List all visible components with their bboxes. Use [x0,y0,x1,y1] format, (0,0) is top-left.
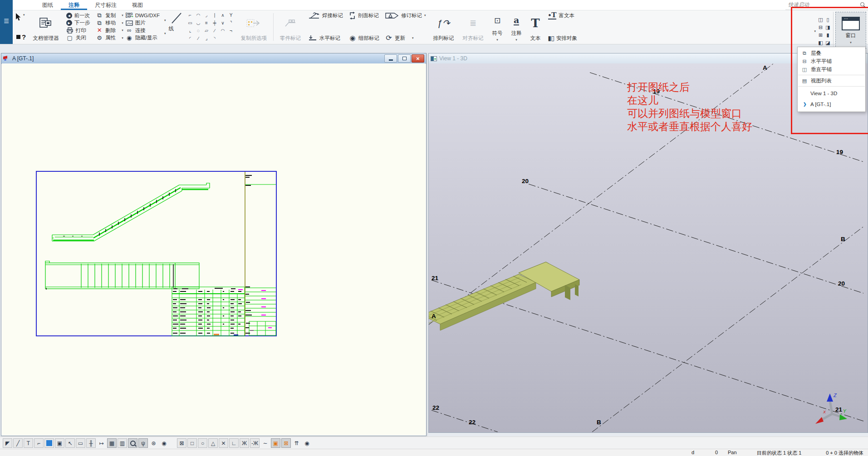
tab-view[interactable]: 视图 [124,0,151,10]
window-arrange-icon[interactable]: ◪ [824,39,831,47]
hide-show-button[interactable]: ▾◉隐藏/显示 [120,34,161,42]
window-arrange-icon[interactable]: ◫ [817,16,824,24]
copy-button[interactable]: ⧉复制 [94,12,117,19]
sketch-tool-icon[interactable]: ◠ [195,12,202,19]
chevron-down-icon[interactable]: ▾ [424,14,426,17]
select-fill-button[interactable]: ▣ [271,438,280,448]
window-arrange-icon[interactable]: ◧ [817,39,824,47]
sketch-tool-icon[interactable]: ⌝ [227,19,235,27]
part-mark-button[interactable]: 零件标记 [277,11,304,43]
sketch-tool-icon[interactable]: ∕ [211,27,219,34]
arrange-objects-button[interactable]: ▮▯安排对象 [547,34,579,42]
text-tool-button[interactable]: T [24,438,33,448]
grid-lines-button[interactable]: ▥ [118,438,127,448]
menu-item-window-view1[interactable]: View 1 - 3D [798,88,865,99]
zoom-tool-button[interactable] [128,438,137,448]
restore-button[interactable] [398,54,411,63]
sketch-tool-icon[interactable]: ◜ [186,35,194,42]
window-button[interactable]: ⋯ 窗口 ▾ [835,12,866,49]
sketch-tool-icon[interactable]: ◠ [219,27,227,34]
annotation-button[interactable]: a 注释 ▾ [509,11,525,43]
minimize-button[interactable] [384,54,397,63]
sketch-tool-icon[interactable]: ∕ [195,35,202,42]
print-button[interactable]: 打印 [65,27,92,34]
mesh-toggle-button[interactable]: ⊛ [149,438,158,448]
align-marks-button[interactable]: ≣ 对齐标记 [460,11,486,43]
span-snap-button[interactable]: ↦ [97,438,106,448]
sketch-tool-icon[interactable]: ∨ [219,19,227,27]
weld-mark-button[interactable]: 焊接标记 [307,12,344,19]
chevron-down-icon[interactable]: ▾ [122,29,123,32]
filter-circle-button[interactable]: ○ [198,438,207,448]
chevron-down-icon[interactable]: ▾ [496,38,498,42]
select-tool-button[interactable]: ◤ [3,438,12,448]
sketch-tool-icon[interactable]: ⌞ [186,27,194,34]
menu-item-cascade[interactable]: ⧉ 层叠 [798,49,865,57]
raise-order-button[interactable]: ⇈ [292,438,301,448]
visibility-toggle-button[interactable]: ◉ [159,438,169,448]
menu-item-tile-vertical[interactable]: ◫ 垂直平铺 [798,65,865,73]
filter-stretch-off-button[interactable]: -Ж [250,438,260,448]
chevron-down-icon[interactable]: ▾ [23,13,25,17]
menu-item-view-list[interactable]: ▤ 视图列表 [798,77,865,85]
window-arrange-icon[interactable]: ⊟ [817,24,824,31]
text-button[interactable]: T 文本 [528,11,544,43]
previous-button[interactable]: ◀前一次 [65,12,92,19]
filter-stretch-button[interactable]: Ж [240,438,249,448]
sketch-tool-icon[interactable]: ◝ [211,35,219,42]
drawing-window-titlebar[interactable]: A [GT-.1] ✕ [1,53,426,64]
sketch-tool-icon[interactable]: ╪ [211,19,219,27]
chevron-down-icon[interactable]: ▾ [122,21,123,25]
app-menu-button[interactable]: ☰ [0,0,13,44]
fence-snap-button[interactable]: ╫ [86,438,96,448]
chevron-down-icon[interactable]: ▾ [515,38,517,42]
next-button[interactable]: ▶下一步 [65,19,92,27]
chevron-down-icon[interactable]: ▾ [122,36,123,40]
window-frame-button[interactable]: ▭ [76,438,85,448]
leader-tool-button[interactable]: ⌐ [34,438,44,448]
filter-triangle-button[interactable]: △ [208,438,218,448]
snap-jump-button[interactable]: ↖ [65,438,75,448]
select-tool-button[interactable]: ▾ [15,13,26,21]
sketch-tool-icon[interactable]: ∧ [219,12,227,19]
window-arrange-icon[interactable]: ▮ [824,32,831,39]
close-window-button[interactable]: ✕ [412,54,424,63]
symbol-button[interactable]: ⊡ 符号 ▾ [490,11,505,43]
menu-item-tile-horizontal[interactable]: ⊟ 水平平铺 [798,57,865,65]
move-button[interactable]: ⧉移动 [94,19,117,27]
filter-box-button[interactable]: □ [187,438,197,448]
detail-mark-button[interactable]: ◉ 细部标记 [348,34,381,42]
tab-drawing[interactable]: 图纸 [34,0,61,10]
filter-cross-button[interactable]: ✕ [219,438,228,448]
pin-tool-button[interactable]: ψ [138,438,148,448]
sketch-tool-icon[interactable]: ⌟ [203,35,211,42]
menu-item-window-gt1[interactable]: ❯ A [GT-.1] [798,99,865,110]
line-tool-button[interactable]: 线 [166,11,183,43]
chevron-down-icon[interactable]: ▾ [122,14,123,17]
help-button[interactable]: ? [15,33,26,41]
filter-crossed-box-button[interactable]: ⊠ [177,438,186,448]
rich-text-button[interactable]: ∙T富文本 [547,12,579,19]
section-mark-button[interactable]: 剖面标记 [348,12,381,19]
picture-button[interactable]: ▾ 图片 [120,19,161,27]
delete-button[interactable]: ✕删除 [94,27,117,34]
visibility-filter-button[interactable]: ◉ [302,438,312,448]
close-drawing-button[interactable]: ▢关闭 [65,34,92,42]
grid-snap-button[interactable]: ▦ [107,438,117,448]
viewport-3d[interactable]: Z X Y A191920B2120A2222B21 打开图纸之后在这儿可以并列… [429,63,868,432]
sketch-tool-icon[interactable]: ▭ [186,19,194,27]
window-arrange-icon[interactable]: ⊞ [817,32,824,39]
level-mark-button[interactable]: 水平标记 [307,34,344,42]
sketch-tool-icon[interactable]: Y [227,12,235,19]
update-button[interactable]: ⟳ 更新 ▾ [384,34,427,42]
sketch-tool-icon[interactable]: ◞ [203,12,211,19]
properties-button[interactable]: ⚙属性 [94,34,117,42]
tab-dimensioning[interactable]: 尺寸标注 [87,0,124,10]
copy-selected-button[interactable]: 复制所选项 [238,11,270,43]
sketch-tool-icon[interactable]: ⌐ [186,12,194,19]
document-manager-button[interactable]: 文档管理器 [30,11,62,43]
arrange-marks-button[interactable]: ƒ↷ 排列标记 [431,11,457,43]
chevron-down-icon[interactable]: ▾ [412,36,414,40]
line-tool-button[interactable]: ╱ [13,438,23,448]
drawing-canvas[interactable] [2,63,426,435]
